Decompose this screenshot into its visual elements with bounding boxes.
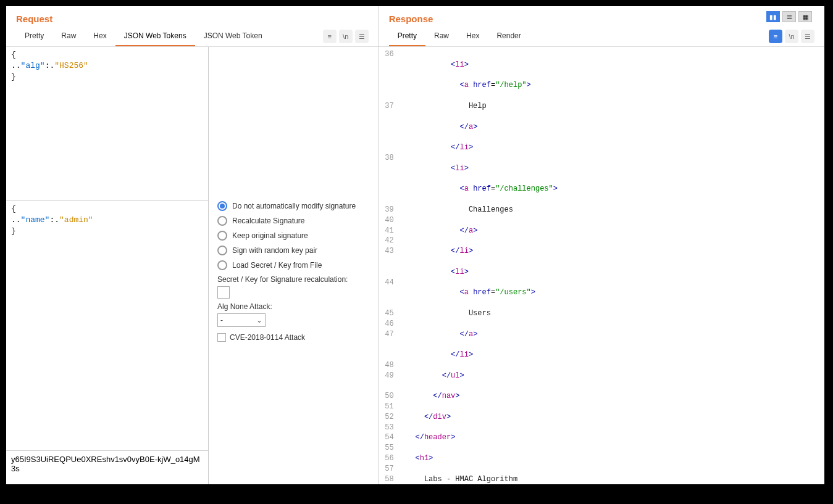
tab-hex[interactable]: Hex — [85, 27, 115, 46]
request-title: Request — [6, 6, 379, 27]
jwt-options-panel: Do not automatically modify signature Re… — [209, 47, 379, 484]
response-title: Response — [379, 6, 824, 27]
radio-no-modify-label: Do not automatically modify signature — [232, 202, 356, 210]
response-code[interactable]: <li> <a href="/help"> Help </a> </li> <l… — [398, 47, 824, 484]
line-gutter: 36 37 38 39404142 43 44 454647 4849 5051… — [379, 47, 398, 484]
cve-label: CVE-2018-0114 Attack — [230, 333, 305, 342]
tab-response-raw[interactable]: Raw — [425, 27, 458, 46]
alg-none-label: Alg None Attack: — [217, 302, 371, 311]
jwt-header-section[interactable]: { .."alg":."HS256" } — [6, 47, 208, 201]
jwt-payload-section[interactable]: { .."name":."admin" } — [6, 201, 208, 450]
request-tabs: Pretty Raw Hex JSON Web Tokens JSON Web … — [6, 27, 379, 47]
secret-input[interactable] — [217, 286, 230, 299]
radio-no-modify[interactable]: Do not automatically modify signature — [217, 201, 371, 211]
menu-icon[interactable]: ☰ — [355, 30, 369, 43]
response-top-toolbar: ▮▮ ☰ ▦ — [766, 11, 812, 22]
wrap-icon[interactable]: \n — [339, 30, 353, 43]
jwt-signature-section[interactable]: y65I9S3UiREQPUe0XREshv1sv0vyB0E-kjW_o14g… — [6, 450, 208, 484]
tab-response-render[interactable]: Render — [488, 27, 529, 46]
tab-json-web-token[interactable]: JSON Web Token — [195, 27, 271, 46]
list-icon[interactable]: ☰ — [782, 11, 796, 22]
tab-response-pretty[interactable]: Pretty — [389, 27, 425, 46]
secret-label: Secret / Key for Signature recalculation… — [217, 275, 371, 284]
response-tabs: Pretty Raw Hex Render ≡ \n ☰ — [379, 27, 824, 47]
jwt-alg-key: "alg" — [21, 61, 45, 70]
radio-load-file[interactable]: Load Secret / Key from File — [217, 260, 371, 270]
cve-checkbox-row[interactable]: CVE-2018-0114 Attack — [217, 333, 371, 342]
cve-checkbox[interactable] — [217, 333, 226, 342]
alg-none-select[interactable]: - — [217, 313, 266, 327]
jwt-name-value: "admin" — [59, 215, 93, 225]
radio-keep-original-label: Keep original signature — [232, 231, 308, 240]
radio-recalculate-label: Recalculate Signature — [232, 217, 304, 225]
view-icon[interactable]: ≡ — [769, 30, 782, 43]
view-icon[interactable]: ≡ — [323, 30, 337, 43]
tab-raw[interactable]: Raw — [52, 27, 85, 46]
radio-load-file-label: Load Secret / Key from File — [232, 261, 322, 270]
tab-response-hex[interactable]: Hex — [458, 27, 488, 46]
grid-icon[interactable]: ▦ — [798, 11, 812, 22]
radio-random-key-label: Sign with random key pair — [232, 246, 317, 255]
radio-random-key[interactable]: Sign with random key pair — [217, 246, 371, 255]
wrap-icon[interactable]: \n — [785, 30, 798, 43]
jwt-alg-value: "HS256" — [54, 61, 88, 70]
columns-icon[interactable]: ▮▮ — [766, 11, 780, 22]
menu-icon[interactable]: ☰ — [801, 30, 814, 43]
tab-pretty[interactable]: Pretty — [16, 27, 52, 46]
jwt-name-key: "name" — [21, 215, 50, 225]
radio-keep-original[interactable]: Keep original signature — [217, 231, 371, 241]
radio-recalculate[interactable]: Recalculate Signature — [217, 216, 371, 226]
alg-none-value: - — [220, 316, 223, 324]
tab-json-web-tokens[interactable]: JSON Web Tokens — [115, 27, 195, 46]
